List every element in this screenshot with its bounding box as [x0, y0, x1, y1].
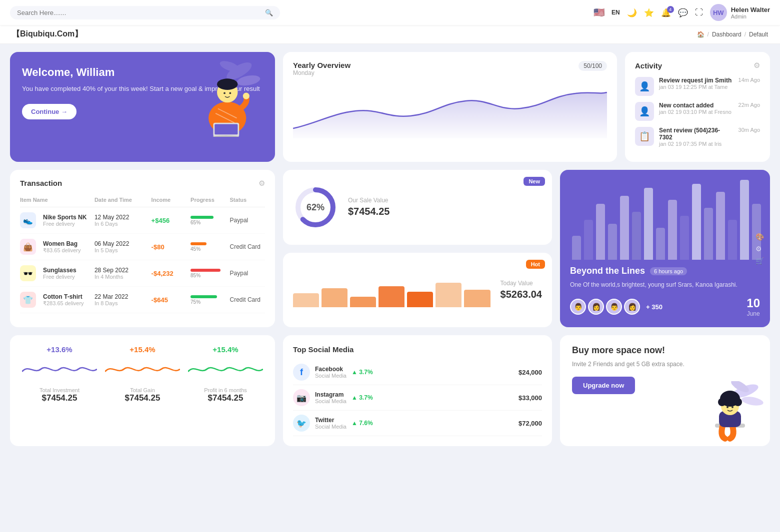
breadcrumb-dashboard[interactable]: Dashboard [712, 31, 742, 38]
today-bar [436, 283, 462, 307]
plus-count: + 350 [646, 303, 662, 311]
social-sub: Social Media [315, 398, 346, 404]
activity-time: 30m Ago [738, 127, 760, 133]
avatar: HW [710, 4, 727, 21]
continue-button[interactable]: Continue → [22, 104, 76, 119]
progress-bar [190, 269, 220, 272]
beyond-bar [608, 224, 617, 260]
activity-thumb: 👤 [635, 77, 654, 96]
donut-chart: 62% [293, 185, 338, 230]
star-icon[interactable]: ⭐ [644, 8, 654, 17]
home-icon[interactable]: 🏠 [697, 31, 704, 38]
date-main: 06 May 2022 [94, 240, 148, 247]
lang-label[interactable]: EN [612, 9, 620, 16]
beyond-header: Beyond the Lines 6 hours ago [570, 266, 760, 276]
th-date: Date and Time [94, 197, 148, 203]
date-main: 22 Mar 2022 [94, 293, 148, 300]
nav-icons: 🇺🇸 EN 🌙 ⭐ 🔔 4 💬 ⛶ HW Helen Walter Admin [594, 4, 770, 21]
avatar-1: 👨 [570, 299, 586, 315]
beyond-title: Beyond the Lines [570, 266, 645, 276]
chat-icon[interactable]: 💬 [678, 8, 688, 17]
table-row: 🕶️ Sunglasses Free delivery 28 Sep 2022 … [20, 260, 265, 287]
activity-header: Activity ⚙ [635, 61, 760, 70]
beyond-date: 10 June [746, 296, 760, 317]
breadcrumb-bar: 【Biqubiqu.Com】 🏠 / Dashboard / Default [0, 25, 780, 44]
brand-title: 【Biqubiqu.Com】 [12, 29, 82, 39]
social-pct: ▲ 7.6% [352, 420, 373, 427]
income-value: -$80 [152, 243, 186, 251]
social-sub: Social Media [315, 373, 346, 379]
progress-label: 45% [190, 246, 226, 252]
transaction-card: Transaction ⚙ Item Name Date and Time In… [10, 170, 275, 327]
space-card: Buy more space now! Invite 2 Friends and… [560, 335, 770, 446]
beyond-icon-2[interactable]: ⚙ [756, 245, 764, 253]
avatar-3: 👨 [606, 299, 622, 315]
flag-icon[interactable]: 🇺🇸 [594, 7, 604, 18]
status-text: Paypal [230, 217, 265, 224]
social-title: Top Social Media [293, 345, 542, 354]
transaction-rows: 👟 Nike Sports NK Free delivery 12 May 20… [20, 207, 265, 313]
social-amount: $24,000 [518, 369, 542, 376]
activity-time: 22m Ago [738, 102, 760, 108]
beyond-bar [656, 228, 665, 260]
transaction-gear-icon[interactable]: ⚙ [258, 179, 265, 188]
item-name: Cotton T-shirt [43, 293, 84, 300]
beyond-date-month: June [746, 310, 760, 317]
transaction-table-header: Item Name Date and Time Income Progress … [20, 193, 265, 207]
beyond-date-num: 10 [746, 296, 760, 310]
table-row: 👕 Cotton T-shirt ₹283.65 delivery 22 Mar… [20, 287, 265, 313]
social-icon: f [293, 364, 310, 381]
beyond-bar [716, 192, 725, 260]
date-sub: In 8 Days [94, 300, 148, 306]
avatars-row: 👨 👩 👨 👩 + 350 10 June [570, 296, 760, 317]
expand-icon[interactable]: ⛶ [695, 8, 703, 17]
beyond-bar [740, 180, 749, 260]
user-info[interactable]: HW Helen Walter Admin [710, 4, 770, 21]
main-content: Welcome, William You have completed 40% … [0, 44, 780, 454]
beyond-icon-1[interactable]: 🎨 [756, 233, 764, 241]
donut-label: 62% [306, 202, 324, 212]
search-bar[interactable]: 🔍 [10, 6, 280, 19]
date-sub: In 5 Days [94, 247, 148, 253]
yearly-title: Yearly Overview [293, 61, 350, 69]
activity-gear-icon[interactable]: ⚙ [754, 61, 760, 70]
beyond-icon-3[interactable]: 🛒 [756, 257, 764, 265]
table-row: 👜 Women Bag ₹83.65 delivery 06 May 2022 … [20, 234, 265, 260]
bell-icon[interactable]: 🔔 4 [661, 8, 671, 17]
svg-point-24 [734, 398, 742, 406]
beyond-bar [728, 220, 737, 260]
income-value: +$456 [152, 217, 186, 224]
item-name: Sunglasses [43, 267, 76, 274]
social-row: 📷 Instagram Social Media ▲ 3.7% $33,000 [293, 385, 542, 411]
beyond-bar [680, 216, 689, 260]
social-pct: ▲ 3.7% [352, 369, 373, 376]
stat-item: +15.4% Profit in 6 months $7454.25 [188, 345, 263, 436]
activity-item-subtitle: jan 03 19 12:25 PM at Tame [659, 84, 732, 90]
item-sub: ₹83.65 delivery [43, 247, 81, 254]
beyond-bar [668, 200, 677, 260]
progress-label: 65% [190, 220, 226, 225]
progress-label: 85% [190, 273, 226, 278]
activity-item-subtitle: jan 02 19 03:10 PM at Fresno [659, 109, 732, 115]
yearly-card: Yearly Overview Monday 50/100 [283, 52, 617, 162]
today-bar [293, 293, 319, 307]
today-bars [293, 272, 490, 307]
space-desc: Invite 2 Friends and get 5 GB extra spac… [572, 360, 758, 369]
social-icon: 📷 [293, 389, 310, 406]
stat-wave [105, 357, 180, 382]
search-input[interactable] [17, 9, 261, 16]
date-main: 28 Sep 2022 [94, 267, 148, 274]
search-icon: 🔍 [265, 9, 273, 16]
avatar-4: 👩 [624, 299, 640, 315]
moon-icon[interactable]: 🌙 [627, 8, 637, 17]
social-name: Facebook [315, 366, 346, 373]
svg-point-23 [718, 398, 726, 406]
sale-info: Our Sale Value $7454.25 [348, 197, 390, 217]
income-value: -$4,232 [152, 270, 186, 277]
social-row: f Facebook Social Media ▲ 3.7% $24,000 [293, 360, 542, 385]
activity-thumb: 👤 [635, 102, 654, 121]
upgrade-button[interactable]: Upgrade now [572, 377, 635, 394]
activity-item: 👤 New contact added jan 02 19 03:10 PM a… [635, 102, 760, 121]
svg-point-25 [726, 406, 728, 408]
svg-rect-11 [214, 124, 238, 135]
